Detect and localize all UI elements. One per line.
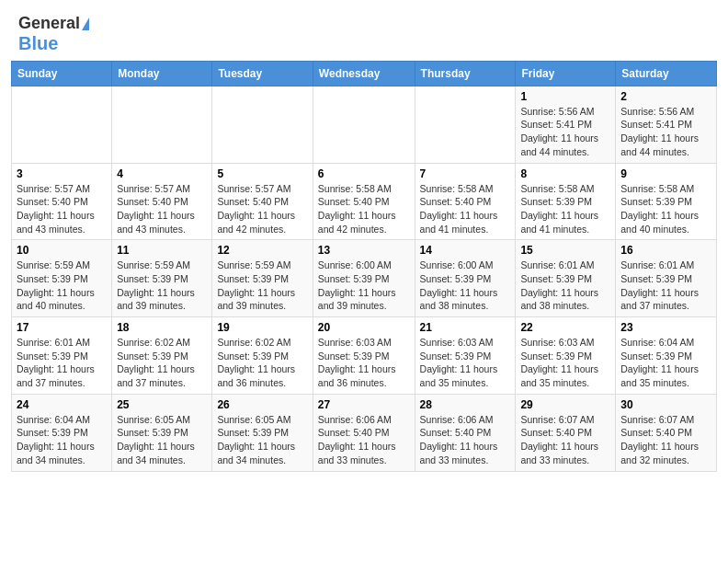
- day-info: Sunrise: 5:58 AMSunset: 5:40 PMDaylight:…: [420, 182, 511, 236]
- day-info: Sunrise: 6:03 AMSunset: 5:39 PMDaylight:…: [520, 336, 610, 390]
- day-info: Sunrise: 6:07 AMSunset: 5:40 PMDaylight:…: [520, 413, 610, 467]
- day-number: 23: [620, 321, 711, 334]
- day-info: Sunrise: 5:59 AMSunset: 5:39 PMDaylight:…: [17, 259, 107, 313]
- day-info: Sunrise: 6:06 AMSunset: 5:40 PMDaylight:…: [420, 413, 511, 467]
- day-number: 10: [17, 244, 107, 257]
- calendar-cell: 16Sunrise: 6:01 AMSunset: 5:39 PMDayligh…: [616, 240, 717, 317]
- calendar-cell: 2Sunrise: 5:56 AMSunset: 5:41 PMDaylight…: [616, 86, 717, 163]
- day-info: Sunrise: 5:57 AMSunset: 5:40 PMDaylight:…: [117, 182, 207, 236]
- day-number: 9: [620, 167, 711, 180]
- calendar-cell: 24Sunrise: 6:04 AMSunset: 5:39 PMDayligh…: [12, 394, 112, 471]
- day-number: 14: [420, 244, 511, 257]
- logo: General Blue: [18, 15, 89, 53]
- calendar-cell: 9Sunrise: 5:58 AMSunset: 5:39 PMDaylight…: [616, 163, 717, 240]
- day-number: 5: [217, 167, 307, 180]
- day-info: Sunrise: 6:02 AMSunset: 5:39 PMDaylight:…: [217, 336, 307, 390]
- calendar-header-row: SundayMondayTuesdayWednesdayThursdayFrid…: [12, 61, 717, 86]
- day-info: Sunrise: 6:07 AMSunset: 5:40 PMDaylight:…: [620, 413, 711, 467]
- calendar-cell: 19Sunrise: 6:02 AMSunset: 5:39 PMDayligh…: [212, 317, 313, 395]
- day-number: 28: [420, 398, 511, 411]
- calendar-cell: 23Sunrise: 6:04 AMSunset: 5:39 PMDayligh…: [616, 317, 717, 395]
- calendar-cell: 18Sunrise: 6:02 AMSunset: 5:39 PMDayligh…: [112, 317, 212, 395]
- calendar-cell: 26Sunrise: 6:05 AMSunset: 5:39 PMDayligh…: [212, 394, 313, 471]
- day-info: Sunrise: 6:02 AMSunset: 5:39 PMDaylight:…: [117, 336, 207, 390]
- calendar-table: SundayMondayTuesdayWednesdayThursdayFrid…: [11, 61, 717, 472]
- day-info: Sunrise: 6:05 AMSunset: 5:39 PMDaylight:…: [117, 413, 207, 467]
- day-info: Sunrise: 5:59 AMSunset: 5:39 PMDaylight:…: [117, 259, 207, 313]
- calendar-cell: 6Sunrise: 5:58 AMSunset: 5:40 PMDaylight…: [313, 163, 415, 240]
- header: General Blue: [0, 0, 728, 57]
- calendar-cell: [313, 86, 415, 163]
- day-number: 11: [117, 244, 207, 257]
- day-number: 12: [217, 244, 307, 257]
- day-info: Sunrise: 6:01 AMSunset: 5:39 PMDaylight:…: [620, 259, 711, 313]
- calendar-cell: 11Sunrise: 5:59 AMSunset: 5:39 PMDayligh…: [112, 240, 212, 317]
- day-number: 6: [318, 167, 410, 180]
- day-number: 24: [17, 398, 107, 411]
- day-number: 8: [520, 167, 610, 180]
- calendar-cell: 14Sunrise: 6:00 AMSunset: 5:39 PMDayligh…: [415, 240, 516, 317]
- day-info: Sunrise: 6:00 AMSunset: 5:39 PMDaylight:…: [420, 259, 511, 313]
- day-of-week-header: Monday: [112, 61, 212, 86]
- calendar-cell: 28Sunrise: 6:06 AMSunset: 5:40 PMDayligh…: [415, 394, 516, 471]
- day-info: Sunrise: 6:01 AMSunset: 5:39 PMDaylight:…: [520, 259, 610, 313]
- calendar-cell: 10Sunrise: 5:59 AMSunset: 5:39 PMDayligh…: [12, 240, 112, 317]
- calendar-cell: 27Sunrise: 6:06 AMSunset: 5:40 PMDayligh…: [313, 394, 415, 471]
- calendar-cell: 29Sunrise: 6:07 AMSunset: 5:40 PMDayligh…: [516, 394, 616, 471]
- day-info: Sunrise: 5:58 AMSunset: 5:40 PMDaylight:…: [318, 182, 410, 236]
- day-number: 27: [318, 398, 410, 411]
- calendar-cell: [112, 86, 212, 163]
- day-number: 1: [520, 90, 610, 103]
- day-info: Sunrise: 5:58 AMSunset: 5:39 PMDaylight:…: [520, 182, 610, 236]
- day-number: 3: [17, 167, 107, 180]
- day-number: 4: [117, 167, 207, 180]
- calendar-week-row: 24Sunrise: 6:04 AMSunset: 5:39 PMDayligh…: [12, 394, 717, 471]
- calendar-cell: 1Sunrise: 5:56 AMSunset: 5:41 PMDaylight…: [516, 86, 616, 163]
- calendar-cell: 8Sunrise: 5:58 AMSunset: 5:39 PMDaylight…: [516, 163, 616, 240]
- calendar-week-row: 3Sunrise: 5:57 AMSunset: 5:40 PMDaylight…: [12, 163, 717, 240]
- day-number: 22: [520, 321, 610, 334]
- calendar-cell: 5Sunrise: 5:57 AMSunset: 5:40 PMDaylight…: [212, 163, 313, 240]
- day-info: Sunrise: 5:59 AMSunset: 5:39 PMDaylight:…: [217, 259, 307, 313]
- logo-blue-text: Blue: [18, 33, 58, 53]
- calendar-week-row: 10Sunrise: 5:59 AMSunset: 5:39 PMDayligh…: [12, 240, 717, 317]
- day-info: Sunrise: 6:03 AMSunset: 5:39 PMDaylight:…: [318, 336, 410, 390]
- day-of-week-header: Thursday: [415, 61, 516, 86]
- day-info: Sunrise: 6:05 AMSunset: 5:39 PMDaylight:…: [217, 413, 307, 467]
- day-info: Sunrise: 6:06 AMSunset: 5:40 PMDaylight:…: [318, 413, 410, 467]
- calendar-cell: 13Sunrise: 6:00 AMSunset: 5:39 PMDayligh…: [313, 240, 415, 317]
- day-number: 29: [520, 398, 610, 411]
- day-number: 15: [520, 244, 610, 257]
- calendar-cell: 30Sunrise: 6:07 AMSunset: 5:40 PMDayligh…: [616, 394, 717, 471]
- day-info: Sunrise: 5:57 AMSunset: 5:40 PMDaylight:…: [217, 182, 307, 236]
- day-number: 25: [117, 398, 207, 411]
- day-number: 13: [318, 244, 410, 257]
- calendar-cell: 3Sunrise: 5:57 AMSunset: 5:40 PMDaylight…: [12, 163, 112, 240]
- logo-triangle-icon: [82, 17, 89, 30]
- calendar-cell: 17Sunrise: 6:01 AMSunset: 5:39 PMDayligh…: [12, 317, 112, 395]
- day-of-week-header: Wednesday: [313, 61, 415, 86]
- calendar-cell: [415, 86, 516, 163]
- calendar-cell: 7Sunrise: 5:58 AMSunset: 5:40 PMDaylight…: [415, 163, 516, 240]
- logo-text: General: [18, 15, 89, 33]
- day-number: 2: [620, 90, 711, 103]
- calendar-week-row: 1Sunrise: 5:56 AMSunset: 5:41 PMDaylight…: [12, 86, 717, 163]
- day-info: Sunrise: 5:57 AMSunset: 5:40 PMDaylight:…: [17, 182, 107, 236]
- day-number: 17: [17, 321, 107, 334]
- day-of-week-header: Sunday: [12, 61, 112, 86]
- day-info: Sunrise: 6:03 AMSunset: 5:39 PMDaylight:…: [420, 336, 511, 390]
- day-number: 18: [117, 321, 207, 334]
- day-info: Sunrise: 5:58 AMSunset: 5:39 PMDaylight:…: [620, 182, 711, 236]
- calendar-cell: 15Sunrise: 6:01 AMSunset: 5:39 PMDayligh…: [516, 240, 616, 317]
- day-of-week-header: Saturday: [616, 61, 717, 86]
- calendar-cell: 21Sunrise: 6:03 AMSunset: 5:39 PMDayligh…: [415, 317, 516, 395]
- day-number: 7: [420, 167, 511, 180]
- day-info: Sunrise: 6:04 AMSunset: 5:39 PMDaylight:…: [620, 336, 711, 390]
- day-info: Sunrise: 5:56 AMSunset: 5:41 PMDaylight:…: [620, 105, 711, 159]
- calendar-container: SundayMondayTuesdayWednesdayThursdayFrid…: [0, 57, 728, 483]
- day-of-week-header: Tuesday: [212, 61, 313, 86]
- calendar-cell: 22Sunrise: 6:03 AMSunset: 5:39 PMDayligh…: [516, 317, 616, 395]
- calendar-cell: [12, 86, 112, 163]
- calendar-cell: 4Sunrise: 5:57 AMSunset: 5:40 PMDaylight…: [112, 163, 212, 240]
- day-number: 16: [620, 244, 711, 257]
